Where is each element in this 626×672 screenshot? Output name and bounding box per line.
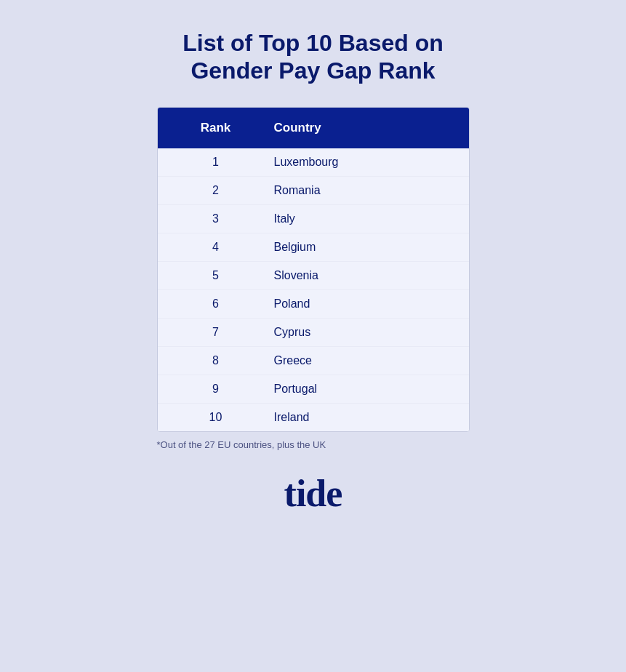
table-row: 4Belgium xyxy=(158,233,469,262)
rank-cell: 4 xyxy=(172,241,260,254)
country-cell: Slovenia xyxy=(260,269,454,282)
rankings-table: Rank Country 1Luxembourg2Romania3Italy4B… xyxy=(157,107,470,432)
table-row: 1Luxembourg xyxy=(158,148,469,177)
table-row: 5Slovenia xyxy=(158,262,469,290)
country-cell: Portugal xyxy=(260,383,454,396)
table-row: 9Portugal xyxy=(158,375,469,404)
rank-cell: 10 xyxy=(172,411,260,424)
country-cell: Belgium xyxy=(260,241,454,254)
country-cell: Greece xyxy=(260,354,454,367)
table-body: 1Luxembourg2Romania3Italy4Belgium5Sloven… xyxy=(158,148,469,431)
table-header: Rank Country xyxy=(158,108,469,148)
country-cell: Italy xyxy=(260,212,454,225)
rank-column-header: Rank xyxy=(172,121,260,135)
rank-cell: 1 xyxy=(172,156,260,169)
table-row: 3Italy xyxy=(158,205,469,233)
table-row: 2Romania xyxy=(158,177,469,205)
table-row: 10Ireland xyxy=(158,404,469,431)
country-cell: Cyprus xyxy=(260,326,454,339)
table-row: 8Greece xyxy=(158,347,469,375)
country-cell: Luxembourg xyxy=(260,156,454,169)
country-cell: Ireland xyxy=(260,411,454,424)
rank-cell: 3 xyxy=(172,212,260,225)
country-cell: Poland xyxy=(260,297,454,311)
rank-cell: 5 xyxy=(172,269,260,282)
rank-cell: 9 xyxy=(172,383,260,396)
rank-cell: 7 xyxy=(172,326,260,339)
brand-logo: tide xyxy=(284,472,342,515)
footnote: *Out of the 27 EU countries, plus the UK xyxy=(157,439,470,450)
table-row: 7Cyprus xyxy=(158,319,469,347)
rank-cell: 2 xyxy=(172,184,260,197)
page-title: List of Top 10 Based on Gender Pay Gap R… xyxy=(182,29,444,85)
table-row: 6Poland xyxy=(158,290,469,319)
rank-cell: 6 xyxy=(172,297,260,311)
country-cell: Romania xyxy=(260,184,454,197)
country-column-header: Country xyxy=(260,121,454,135)
rank-cell: 8 xyxy=(172,354,260,367)
